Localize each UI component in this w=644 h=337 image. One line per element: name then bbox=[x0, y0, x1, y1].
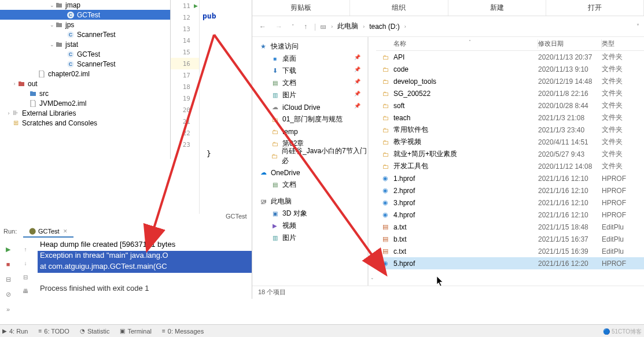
chevron-right-icon[interactable]: › bbox=[404, 24, 406, 29]
tree-item-jps[interactable]: ⌄jps bbox=[0, 20, 170, 29]
sidebar-item[interactable]: ▥图片 bbox=[252, 232, 367, 244]
down-button[interactable]: ↓ bbox=[21, 258, 30, 268]
file-row[interactable]: ◉1.hprof2021/1/16 12:10HPROF bbox=[376, 172, 644, 184]
editor[interactable]: 11▶121314151617181920212223 pub } bbox=[171, 0, 252, 214]
sidebar-item[interactable]: 🗀01_部门制度与规范 bbox=[252, 113, 367, 125]
sidebar-item[interactable]: 🗀尚硅谷_Java小白的7节入门必 bbox=[252, 150, 367, 162]
tree-item-src[interactable]: src bbox=[0, 88, 170, 98]
bottom-todo[interactable]: ≡6: TODO bbox=[38, 328, 69, 335]
file-row[interactable]: 🗀常用软件包2021/1/3 23:40文件夹 bbox=[376, 124, 644, 136]
line-number: 16 bbox=[171, 58, 199, 69]
ribbon-tab-打开[interactable]: 打开 bbox=[546, 0, 644, 16]
file-row[interactable]: 🗀develop_tools2020/12/19 14:48文件夹 bbox=[376, 75, 644, 87]
line-number: 11▶ bbox=[171, 0, 199, 12]
print-button[interactable]: 🖶 bbox=[21, 286, 30, 295]
explorer-nav: ← → ˅ ↑ | 🖴 › 此电脑 › teach (D:) › ˅ bbox=[252, 16, 644, 37]
col-name[interactable]: 名称˄ bbox=[376, 39, 538, 49]
line-number: 12 bbox=[171, 12, 199, 23]
file-row[interactable]: ◉3.hprof2021/1/16 12:10HPROF bbox=[376, 197, 644, 209]
col-type[interactable]: 类型 bbox=[602, 39, 636, 48]
file-row[interactable]: 🗀soft2020/10/28 8:44文件夹 bbox=[376, 99, 644, 112]
file-list: 名称˄ 修改日期 类型 🗀API2020/11/13 20:37文件夹🗀code… bbox=[376, 37, 644, 286]
file-row[interactable]: 🗀开发工具包2020/11/12 14:08文件夹 bbox=[376, 160, 644, 172]
pin-icon: 📌 bbox=[354, 91, 360, 97]
sidebar-item[interactable]: ▥图片 bbox=[252, 89, 367, 101]
file-row[interactable]: ▤b.txt2021/1/15 16:37EditPlu bbox=[376, 233, 644, 245]
file-row[interactable]: ▤c.txt2021/1/15 16:39EditPlu bbox=[376, 245, 644, 257]
stop-button[interactable]: ■ bbox=[3, 260, 13, 269]
sidebar-item[interactable]: ■桌面 bbox=[252, 53, 367, 65]
ribbon-tab-新建[interactable]: 新建 bbox=[448, 0, 546, 16]
run-tab[interactable]: ⬤ GCTest ✕ bbox=[23, 225, 73, 238]
file-row[interactable]: 🗀teach2021/1/3 21:08文件夹 bbox=[376, 112, 644, 124]
pin-icon: 📌 bbox=[354, 103, 360, 109]
nav-back[interactable]: ← bbox=[257, 23, 268, 31]
file-row[interactable]: ◉4.hprof2021/1/16 12:10HPROF bbox=[376, 209, 644, 221]
bottom-run[interactable]: ▶4: Run bbox=[2, 328, 28, 335]
address-dropdown[interactable]: ˅ bbox=[636, 23, 639, 29]
tree-item-scannertest[interactable]: CScannerTest bbox=[0, 29, 170, 39]
run-toolbar: ▶ ■ ⊟ ⊘ » bbox=[0, 240, 16, 314]
tree-item-chapter02-iml[interactable]: chapter02.iml bbox=[0, 69, 170, 79]
run-toolbar-2: ↑ ↓ ⊟ 🖶 bbox=[17, 240, 34, 295]
editor-breadcrumb[interactable]: GCTest bbox=[171, 213, 247, 220]
tree-item-gctest[interactable]: CGCTest bbox=[0, 10, 170, 20]
tree-item-scannertest[interactable]: CScannerTest bbox=[0, 59, 170, 69]
tree-item-jmap[interactable]: ⌄jmap bbox=[0, 0, 170, 10]
breadcrumb-drive[interactable]: teach (D:) bbox=[369, 23, 400, 31]
editor-brace: } bbox=[207, 149, 211, 158]
bottom-statistic[interactable]: ◔Statistic bbox=[80, 328, 110, 335]
file-row[interactable]: 🗀教学视频2020/4/11 14:51文件夹 bbox=[376, 136, 644, 148]
tree-item-jvmdemo2-iml[interactable]: JVMDemo2.iml bbox=[0, 98, 170, 108]
tree-item-external-libraries[interactable]: ›⊪External Libraries bbox=[0, 108, 170, 118]
wrap-button[interactable]: ⊟ bbox=[21, 272, 30, 282]
layout-button[interactable]: ⊟ bbox=[3, 275, 13, 284]
chevron-right-icon[interactable]: › bbox=[331, 24, 333, 29]
run-gutter-icon[interactable]: ▶ bbox=[194, 3, 198, 9]
tree-item-jstat[interactable]: ⌄jstat bbox=[0, 39, 170, 49]
bottom-terminal[interactable]: ▣Terminal bbox=[120, 328, 152, 335]
file-row[interactable]: 🗀code2020/11/13 9:10文件夹 bbox=[376, 63, 644, 75]
line-number: 15 bbox=[171, 46, 199, 58]
close-icon[interactable]: ✕ bbox=[63, 228, 68, 234]
sidebar-item[interactable]: 🖳此电脑 bbox=[252, 195, 367, 208]
drive-icon: 🖴 bbox=[321, 23, 326, 29]
line-number: 13 bbox=[171, 23, 199, 35]
file-row[interactable]: 🗀API2020/11/13 20:37文件夹 bbox=[376, 51, 644, 63]
bottom-messages[interactable]: ≡0: Messages bbox=[162, 328, 204, 335]
tree-item-out[interactable]: ›out bbox=[0, 79, 170, 88]
nav-forward[interactable]: → bbox=[273, 23, 285, 31]
sidebar-item[interactable]: ▶视频 bbox=[252, 220, 367, 232]
breadcrumb-pc[interactable]: 此电脑 bbox=[337, 21, 358, 31]
pin-button[interactable]: ⊘ bbox=[3, 290, 13, 299]
rerun-button[interactable]: ▶ bbox=[3, 245, 13, 254]
sidebar-item[interactable]: ▣3D 对象 bbox=[252, 208, 367, 220]
file-row[interactable]: ◉5.hprof2021/1/16 12:20HPROF bbox=[376, 257, 644, 269]
sidebar-item[interactable]: ☁OneDrive bbox=[252, 166, 367, 179]
more-button[interactable]: » bbox=[3, 305, 13, 314]
sidebar-item[interactable]: ⬇下载 bbox=[252, 65, 367, 77]
chevron-right-icon[interactable]: › bbox=[363, 24, 365, 29]
line-number: 23 bbox=[171, 139, 199, 150]
sidebar-item[interactable]: ▤文档 bbox=[252, 179, 367, 191]
explorer-ribbon-tabs: 剪贴板组织新建打开 bbox=[252, 0, 644, 16]
tree-item-gctest[interactable]: CGCTest bbox=[0, 49, 170, 59]
file-row[interactable]: 🗀就业+简历+职业素质2020/5/27 9:43文件夹 bbox=[376, 148, 644, 160]
sidebar-item[interactable]: 🗀temp bbox=[252, 125, 367, 138]
ribbon-tab-组织[interactable]: 组织 bbox=[350, 0, 448, 16]
tree-item-scratches-and-consoles[interactable]: ⊞Scratches and Consoles bbox=[0, 118, 170, 128]
file-row[interactable]: ▤a.txt2021/1/15 18:48EditPlu bbox=[376, 221, 644, 233]
nav-up[interactable]: ↑ bbox=[301, 23, 310, 31]
col-date[interactable]: 修改日期 bbox=[538, 39, 602, 49]
ribbon-tab-剪贴板[interactable]: 剪贴板 bbox=[252, 0, 350, 16]
file-row[interactable]: ◉2.hprof2021/1/16 12:10HPROF bbox=[376, 184, 644, 197]
file-row[interactable]: 🗀SG_2005222020/11/8 22:16文件夹 bbox=[376, 87, 644, 99]
pin-icon: 📌 bbox=[354, 79, 360, 84]
sidebar-item[interactable]: ★快速访问 bbox=[252, 40, 367, 53]
sidebar-item[interactable]: ▤文档 bbox=[252, 77, 367, 89]
sidebar-scroll[interactable]: ˅ bbox=[368, 37, 376, 286]
up-button[interactable]: ↑ bbox=[21, 245, 30, 254]
pin-icon: 📌 bbox=[354, 66, 360, 72]
sidebar-item[interactable]: ☁iCloud Drive bbox=[252, 101, 367, 113]
nav-recent-dropdown[interactable]: ˅ bbox=[289, 24, 297, 29]
